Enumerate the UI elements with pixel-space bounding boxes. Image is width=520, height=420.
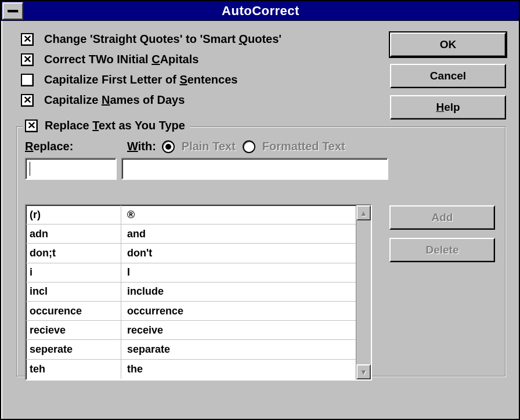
replacements-listbox[interactable]: (r)®adnanddon;tdon'tiIinclincludeoccuren…	[25, 204, 372, 381]
table-row[interactable]: occurenceoccurrence	[26, 302, 356, 321]
replace-cell: don;t	[26, 244, 121, 262]
replace-cell: seperate	[26, 340, 121, 359]
replacements-list-content: (r)®adnanddon;tdon'tiIinclincludeoccuren…	[26, 205, 356, 379]
replace-input[interactable]	[25, 158, 117, 180]
with-cell: occurrence	[121, 302, 356, 320]
plain-text-radio[interactable]	[162, 140, 175, 153]
with-cell: separate	[121, 340, 356, 359]
capitalize-sentences-checkbox[interactable]	[21, 74, 34, 86]
scrollbar[interactable]: ▲ ▼	[356, 205, 371, 379]
capitalize-sentences-label[interactable]: Capitalize First Letter of Sentences	[44, 73, 237, 86]
client-area: Change 'Straight Quotes' to 'Smart Quote…	[1, 21, 519, 388]
replace-cell: i	[26, 263, 121, 282]
with-label: With:	[127, 140, 156, 153]
system-menu-icon	[8, 10, 18, 12]
with-cell: don't	[121, 244, 356, 262]
dialog-buttons: OK Cancel Help	[390, 32, 506, 120]
replace-as-you-type-label[interactable]: Replace Text as You Type	[45, 119, 185, 132]
smart-quotes-checkbox[interactable]	[21, 33, 34, 46]
replace-as-you-type-group: Replace Text as You Type Replace: With: …	[16, 126, 506, 377]
text-cursor	[30, 162, 30, 176]
replace-as-you-type-checkbox[interactable]	[25, 120, 38, 132]
replace-cell: teh	[26, 360, 121, 379]
replace-cell: incl	[26, 283, 121, 301]
with-cell: ®	[121, 205, 356, 224]
ok-button[interactable]: OK	[390, 32, 506, 57]
with-cell: receive	[121, 321, 356, 339]
table-row[interactable]: tehthe	[26, 360, 356, 379]
table-row[interactable]: don;tdon't	[26, 244, 356, 263]
cancel-button[interactable]: Cancel	[390, 64, 506, 88]
system-menu-button[interactable]	[2, 2, 23, 20]
table-row[interactable]: seperateseparate	[26, 340, 356, 359]
smart-quotes-label[interactable]: Change 'Straight Quotes' to 'Smart Quote…	[44, 32, 281, 46]
replace-cell: occurence	[26, 302, 121, 320]
with-cell: and	[121, 225, 356, 243]
replace-cell: recieve	[26, 321, 121, 339]
capitalize-days-label[interactable]: Capitalize Names of Days	[44, 93, 185, 107]
help-button[interactable]: Help	[390, 95, 506, 120]
options-list: Change 'Straight Quotes' to 'Smart Quote…	[16, 32, 384, 114]
with-cell: the	[121, 360, 356, 379]
table-row[interactable]: adnand	[26, 225, 356, 244]
replace-cell: (r)	[26, 205, 121, 224]
replace-cell: adn	[26, 225, 121, 243]
add-button[interactable]: Add	[389, 205, 495, 230]
replace-label: Replace:	[25, 140, 117, 153]
titlebar: AutoCorrect	[1, 1, 519, 21]
capitalize-days-checkbox[interactable]	[21, 94, 34, 107]
formatted-text-radio[interactable]	[243, 140, 255, 153]
table-row[interactable]: (r)®	[26, 205, 356, 225]
autocorrect-dialog: AutoCorrect Change 'Straight Quotes' to …	[0, 0, 520, 420]
formatted-text-radio-label: Formatted Text	[262, 140, 345, 153]
two-initial-caps-label[interactable]: Correct TWo INitial CApitals	[44, 53, 198, 66]
with-input[interactable]	[121, 158, 388, 180]
window-title: AutoCorrect	[24, 3, 519, 19]
with-cell: include	[121, 283, 356, 301]
plain-text-radio-label: Plain Text	[182, 140, 236, 153]
table-row[interactable]: iI	[26, 263, 356, 283]
scroll-up-button[interactable]: ▲	[356, 205, 371, 220]
scroll-down-button[interactable]: ▼	[356, 364, 371, 379]
two-initial-caps-checkbox[interactable]	[21, 53, 34, 66]
table-row[interactable]: inclinclude	[26, 283, 356, 302]
delete-button[interactable]: Delete	[389, 238, 495, 262]
table-row[interactable]: recievereceive	[26, 321, 356, 340]
with-cell: I	[121, 263, 356, 282]
